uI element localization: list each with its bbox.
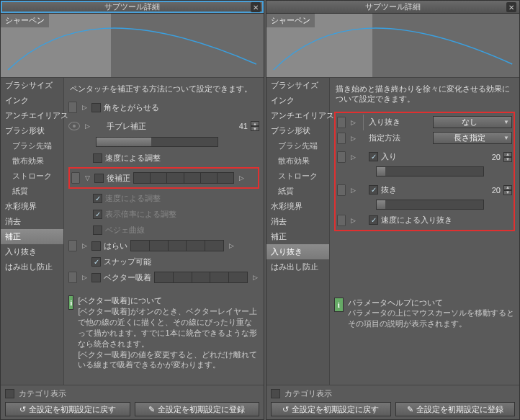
sidebar-item[interactable]: 紙質: [266, 184, 329, 199]
dropdown-method[interactable]: 長さ指定: [433, 132, 512, 144]
sidebar-item[interactable]: ブラシ先端: [266, 138, 329, 153]
drag-handle[interactable]: [337, 215, 346, 226]
slider[interactable]: [96, 137, 218, 147]
row-label: 入り抜き: [369, 117, 400, 128]
category-sidebar: ブラシサイズインクアンチエイリアスブラシ形状ブラシ先端散布効果ストローク紙質水彩…: [266, 78, 330, 385]
spinner[interactable]: ▲▼: [503, 185, 512, 195]
dropdown-irinuki[interactable]: なし: [433, 116, 512, 128]
close-icon[interactable]: ✕: [506, 2, 516, 12]
checkbox[interactable]: [91, 103, 101, 112]
sidebar-item[interactable]: ストローク: [1, 169, 63, 184]
checkbox[interactable]: [369, 185, 378, 195]
window-title: サブツール詳細: [104, 1, 160, 12]
checkbox[interactable]: [93, 225, 102, 235]
close-icon[interactable]: ✕: [251, 2, 261, 12]
value: 41: [232, 122, 248, 130]
expand-icon[interactable]: ▷: [80, 273, 89, 282]
expand-icon[interactable]: ▷: [349, 134, 357, 143]
checkbox[interactable]: [93, 194, 102, 203]
sidebar-item[interactable]: アンチエイリアス: [266, 108, 329, 123]
expand-icon[interactable]: ▷: [83, 122, 91, 130]
save-all-button[interactable]: ✎全設定を初期設定に登録: [135, 402, 260, 416]
sidebar-item[interactable]: 消去: [1, 214, 63, 229]
checkbox[interactable]: [91, 241, 101, 251]
level-bar[interactable]: [154, 272, 248, 283]
drag-handle[interactable]: [337, 151, 346, 163]
checkbox[interactable]: [91, 273, 101, 282]
info-body: [ベクター吸着]がオンのとき、ベクターレイヤー上で他の線の近くに描くと、その線に…: [78, 306, 259, 370]
level-bar[interactable]: [133, 172, 234, 184]
checkbox-category[interactable]: [5, 389, 14, 398]
reset-icon: ↺: [19, 405, 26, 414]
expand-icon[interactable]: ▷: [227, 241, 236, 250]
collapse-icon[interactable]: ▽: [83, 174, 91, 182]
sidebar-item[interactable]: 消去: [266, 214, 329, 229]
expand-icon[interactable]: ▷: [237, 174, 246, 182]
sidebar-item[interactable]: ブラシ先端: [1, 138, 63, 153]
sidebar-item[interactable]: はみ出し防止: [266, 259, 329, 274]
sidebar-item[interactable]: ブラシ形状: [266, 123, 329, 138]
spinner[interactable]: ▲▼: [503, 152, 512, 162]
level-bar[interactable]: [130, 240, 224, 251]
sidebar-item[interactable]: 補正: [1, 229, 63, 244]
expand-icon[interactable]: ▷: [349, 186, 357, 195]
info-body: パラメータの上にマウスカーソルを移動するとその項目の説明が表示されます。: [348, 308, 515, 329]
row-label: 指定方法: [369, 133, 400, 143]
sidebar-item[interactable]: ブラシ形状: [1, 123, 63, 138]
visibility-icon[interactable]: [68, 122, 80, 130]
save-all-button[interactable]: ✎全設定を初期設定に登録: [395, 402, 516, 416]
expand-icon[interactable]: ▷: [349, 153, 357, 161]
reset-all-button[interactable]: ↺全設定を初期設定に戻す: [5, 402, 130, 416]
titlebar[interactable]: サブツール詳細 ✕: [1, 1, 264, 14]
slider[interactable]: [376, 166, 484, 177]
drag-handle[interactable]: [71, 172, 80, 184]
checkbox-category[interactable]: [271, 389, 280, 398]
drag-handle[interactable]: [68, 240, 77, 251]
sidebar-item[interactable]: 散布効果: [1, 153, 63, 169]
sidebar-item[interactable]: ブラシサイズ: [266, 78, 329, 93]
sidebar-item[interactable]: インク: [266, 93, 329, 108]
sidebar-item[interactable]: はみ出し防止: [1, 259, 63, 274]
row-label: 後補正: [107, 173, 130, 184]
row-label: 速度による調整: [105, 193, 161, 204]
checkbox[interactable]: [369, 215, 378, 225]
expand-icon[interactable]: ▷: [251, 273, 259, 282]
drag-handle[interactable]: [68, 272, 77, 283]
row-label: 表示倍率による調整: [105, 209, 176, 220]
checkbox[interactable]: [369, 152, 378, 161]
drag-handle[interactable]: [337, 133, 346, 144]
drag-handle[interactable]: [337, 117, 346, 128]
sidebar-item[interactable]: ブラシサイズ: [1, 78, 63, 93]
checkbox[interactable]: [91, 257, 101, 267]
drag-handle[interactable]: [68, 102, 77, 113]
sidebar-item[interactable]: 入り抜き: [266, 244, 329, 259]
sidebar-item[interactable]: 補正: [266, 229, 329, 244]
expand-icon[interactable]: ▷: [349, 118, 357, 127]
info-block: i [ベクター吸着]について [ベクター吸着]がオンのとき、ベクターレイヤー上で…: [68, 295, 259, 370]
sidebar-item[interactable]: 紙質: [1, 184, 63, 199]
sidebar-item[interactable]: アンチエイリアス: [1, 108, 63, 123]
row-label: 速度による調整: [105, 153, 161, 164]
value: 20: [485, 186, 501, 195]
titlebar[interactable]: サブツール詳細 ✕: [266, 1, 519, 14]
reset-all-button[interactable]: ↺全設定を初期設定に戻す: [271, 402, 391, 416]
expand-icon[interactable]: ▷: [80, 103, 89, 112]
expand-icon[interactable]: ▷: [349, 216, 357, 225]
checkbox[interactable]: [93, 153, 102, 163]
checkbox[interactable]: [94, 174, 104, 183]
sidebar-item[interactable]: ストローク: [266, 169, 329, 184]
sidebar-item[interactable]: 散布効果: [266, 153, 329, 169]
spinner[interactable]: ▲▼: [251, 121, 259, 131]
slider[interactable]: [376, 200, 484, 210]
panel-right: サブツール詳細 ✕ シャーペン ブラシサイズインクアンチエイリアスブラシ形状ブラ…: [266, 0, 520, 420]
sidebar-item[interactable]: 水彩境界: [266, 199, 329, 214]
brush-preview: シャーペン: [266, 14, 519, 77]
drag-handle[interactable]: [337, 184, 346, 196]
category-description: ペンタッチを補正する方法について設定できます。: [68, 81, 259, 99]
expand-icon[interactable]: ▷: [80, 241, 89, 250]
sidebar-item[interactable]: インク: [1, 93, 63, 108]
sidebar-item[interactable]: 水彩境界: [1, 199, 63, 214]
sidebar-item[interactable]: 入り抜き: [1, 244, 63, 259]
row-label: 速度による入り抜き: [381, 215, 452, 225]
checkbox[interactable]: [93, 210, 102, 219]
